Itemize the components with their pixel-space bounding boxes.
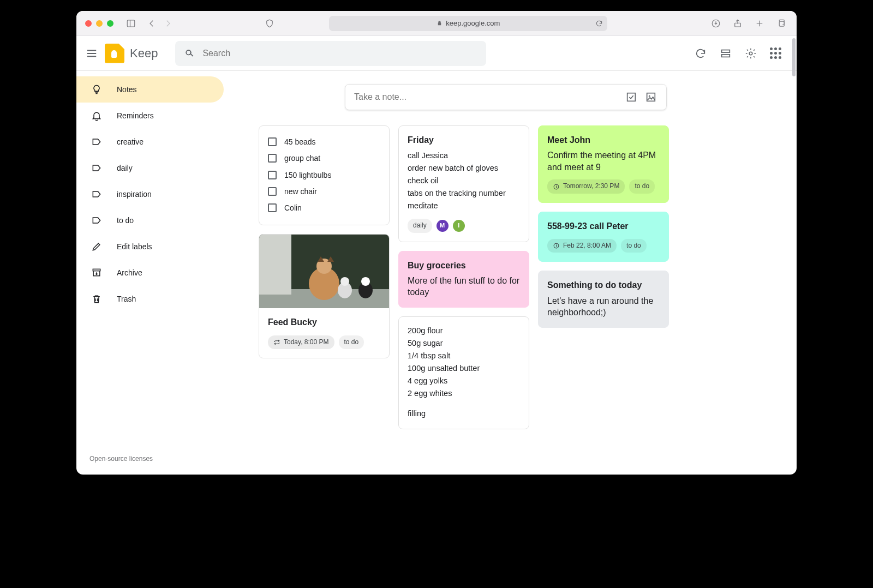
collaborator-avatar[interactable]: M	[436, 220, 449, 232]
svg-rect-8	[722, 54, 730, 57]
reminder-chip[interactable]: Feb 22, 8:00 AM	[547, 239, 617, 253]
clock-icon	[553, 242, 560, 249]
checklist-item: group chat	[284, 153, 320, 164]
reload-icon[interactable]	[595, 20, 603, 27]
app-header: Keep	[76, 36, 797, 71]
note-title: 558-99-23 call Peter	[547, 220, 660, 232]
label-chip[interactable]: to do	[339, 335, 364, 349]
sidebar-item-label: Reminders	[117, 111, 154, 120]
new-tab-icon[interactable]	[753, 17, 766, 30]
new-list-icon[interactable]	[625, 91, 638, 104]
sidebar-item-label: Notes	[117, 85, 137, 94]
sidebar-item-creative[interactable]: creative	[76, 129, 224, 155]
svg-rect-6	[779, 21, 784, 26]
checklist-item: 45 beads	[284, 136, 316, 147]
note-image	[259, 235, 389, 308]
note-card[interactable]: 45 beads group chat 150 lightbulbs new c…	[259, 125, 390, 225]
new-image-note-icon[interactable]	[644, 91, 657, 104]
note-body: call Jessica order new batch of gloves c…	[408, 149, 520, 212]
take-a-note-box[interactable]	[345, 84, 667, 110]
note-card[interactable]: Something to do today Let's have a run a…	[538, 271, 669, 327]
checkbox-icon[interactable]	[268, 203, 277, 212]
browser-toolbar: keep.google.com	[76, 11, 797, 36]
close-window-button[interactable]	[85, 20, 92, 27]
search-icon	[184, 48, 195, 59]
checkbox-icon[interactable]	[268, 137, 277, 146]
sidebar-item-archive[interactable]: Archive	[76, 260, 224, 286]
minimize-window-button[interactable]	[96, 20, 103, 27]
back-button[interactable]	[145, 17, 158, 30]
main-menu-button[interactable]	[85, 47, 98, 60]
checklist-item: Colin	[284, 202, 302, 213]
svg-rect-11	[627, 93, 636, 101]
lightbulb-icon	[91, 83, 103, 95]
refresh-button[interactable]	[695, 47, 707, 59]
note-card[interactable]: 200g flour 50g sugar 1/4 tbsp salt 100g …	[398, 316, 529, 429]
fullscreen-window-button[interactable]	[107, 20, 113, 27]
sidebar-item-edit-labels[interactable]: Edit labels	[76, 233, 224, 260]
svg-point-9	[749, 52, 752, 55]
pencil-icon	[91, 241, 103, 253]
checkbox-icon[interactable]	[268, 187, 277, 196]
take-a-note-input[interactable]	[354, 92, 618, 102]
note-card[interactable]: Friday call Jessica order new batch of g…	[398, 125, 529, 242]
note-title: Meet John	[547, 134, 660, 146]
sidebar-item-label: Trash	[117, 295, 136, 303]
collaborator-avatar[interactable]: I	[453, 220, 465, 232]
note-title: Feed Bucky	[268, 316, 380, 328]
sidebar-item-inspiration[interactable]: inspiration	[76, 181, 224, 207]
note-card[interactable]: Meet John Confirm the meeting at 4PM and…	[538, 125, 669, 203]
svg-rect-7	[722, 50, 730, 52]
bell-icon	[91, 110, 103, 122]
label-icon	[91, 136, 103, 148]
list-view-button[interactable]	[720, 47, 732, 59]
note-card[interactable]: 558-99-23 call Peter Feb 22, 8:00 AM to …	[538, 212, 669, 262]
settings-button[interactable]	[745, 47, 757, 59]
svg-point-20	[340, 277, 349, 286]
trash-icon	[91, 293, 103, 305]
sidebar-item-label: Edit labels	[117, 242, 152, 251]
url-text: keep.google.com	[446, 19, 500, 27]
svg-rect-16	[259, 235, 291, 295]
clock-icon	[553, 183, 560, 190]
sidebar-item-daily[interactable]: daily	[76, 155, 224, 181]
lock-icon	[436, 20, 443, 26]
share-icon[interactable]	[731, 17, 744, 30]
label-icon	[91, 214, 103, 226]
checkbox-icon[interactable]	[268, 171, 277, 179]
sidebar-item-todo[interactable]: to do	[76, 207, 224, 233]
address-bar[interactable]: keep.google.com	[329, 16, 607, 31]
sidebar-item-trash[interactable]: Trash	[76, 286, 224, 312]
window-controls	[85, 20, 113, 27]
note-title: Buy groceries	[408, 259, 520, 272]
search-box[interactable]	[175, 41, 486, 66]
sidebar-toggle-icon[interactable]	[124, 17, 137, 30]
google-apps-button[interactable]	[770, 47, 781, 59]
label-chip[interactable]: to do	[621, 239, 647, 253]
svg-rect-0	[127, 20, 135, 27]
label-chip[interactable]: to do	[629, 179, 655, 193]
reminder-chip[interactable]: Tomorrow, 2:30 PM	[547, 179, 625, 193]
note-body: More of the fun stuff to do for today	[408, 275, 520, 298]
checkbox-icon[interactable]	[268, 154, 277, 163]
sidebar-item-label: creative	[117, 137, 143, 146]
svg-point-22	[361, 277, 370, 286]
sidebar-item-reminders[interactable]: Reminders	[76, 103, 224, 129]
forward-button[interactable]	[162, 17, 175, 30]
label-chip[interactable]: daily	[408, 219, 432, 232]
label-icon	[91, 188, 103, 200]
search-input[interactable]	[202, 49, 477, 58]
sidebar-item-label: daily	[117, 164, 133, 172]
notes-area: 45 beads group chat 150 lightbulbs new c…	[235, 71, 797, 475]
note-title: Something to do today	[547, 279, 660, 291]
shield-icon[interactable]	[263, 17, 276, 30]
open-source-licenses-link[interactable]: Open-source licenses	[89, 455, 153, 463]
svg-point-13	[649, 95, 650, 97]
downloads-icon[interactable]	[709, 17, 722, 30]
tabs-overview-icon[interactable]	[775, 17, 788, 30]
sidebar-item-notes[interactable]: Notes	[76, 76, 224, 103]
note-card[interactable]: Buy groceries More of the fun stuff to d…	[398, 251, 529, 308]
note-card[interactable]: Feed Bucky Today, 8:00 PM to do	[259, 234, 390, 358]
reminder-chip[interactable]: Today, 8:00 PM	[268, 335, 334, 349]
sidebar-item-label: inspiration	[117, 190, 152, 199]
